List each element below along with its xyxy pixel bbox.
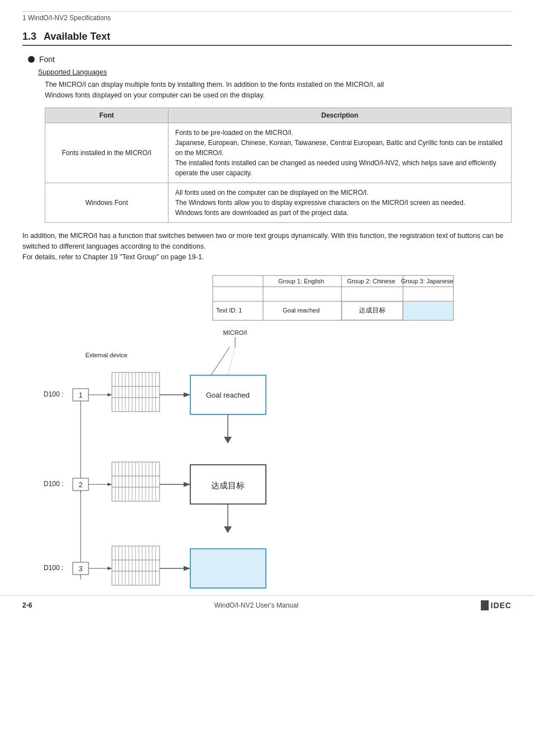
- section-title: Available Text: [39, 31, 110, 42]
- footer-logo-area: IDEC: [481, 600, 512, 610]
- d100-label-1: D100 :: [44, 390, 63, 398]
- font-name-1: Fonts installed in the MICRO/I: [45, 123, 168, 183]
- col-font-header: Font: [45, 108, 168, 123]
- footer-page: 2-6: [22, 601, 32, 609]
- svg-marker-53: [224, 526, 232, 533]
- micro-label: MICRO/I: [223, 329, 247, 336]
- svg-line-77: [211, 347, 229, 375]
- addon-text: In addition, the MICRO/I has a function …: [22, 231, 512, 263]
- font-desc-2: All fonts used on the computer can be di…: [168, 183, 512, 222]
- logo-square: [481, 600, 489, 610]
- diagram-area: Group 1: English Group 2: Chinese Group …: [22, 274, 512, 599]
- footer: 2-6 WindO/I-NV2 User's Manual IDEC: [0, 595, 534, 610]
- d100-value-2: 2: [79, 481, 83, 489]
- d100-value-3: 3: [79, 565, 83, 573]
- tg-header-group2: Group 2: Chinese: [347, 278, 395, 284]
- tg-header-group3: Group 3: Japanese: [401, 278, 453, 284]
- diagram-svg: Group 1: English Group 2: Chinese Group …: [22, 274, 515, 594]
- table-row: Fonts installed in the MICRO/I Fonts to …: [45, 123, 512, 183]
- svg-marker-30: [224, 437, 232, 444]
- font-table: Font Description Fonts installed in the …: [45, 108, 512, 223]
- font-label: Font: [39, 55, 55, 64]
- col-desc-header: Description: [168, 108, 512, 123]
- bullet-icon: [28, 56, 35, 63]
- breadcrumb: 1 WindO/I-NV2 Specifications: [22, 14, 512, 22]
- screen-text-2: 达成目标: [211, 480, 245, 490]
- tg-header-group1: Group 1: English: [278, 278, 324, 284]
- d100-value-1: 1: [79, 391, 83, 399]
- font-desc-1: Fonts to be pre-loaded on the MICRO/I. J…: [168, 123, 512, 183]
- footer-title: WindO/I-NV2 User's Manual: [214, 601, 298, 609]
- font-name-2: Windows Font: [45, 183, 168, 222]
- section-number: 1.3: [22, 31, 36, 42]
- svg-rect-8: [404, 302, 453, 320]
- tg-row-label: Text ID: 1: [216, 307, 242, 314]
- screen-text-1: Goal reached: [206, 391, 250, 399]
- d100-label-2: D100 :: [44, 480, 63, 488]
- svg-rect-74: [190, 549, 266, 588]
- idec-logo: IDEC: [491, 601, 512, 610]
- svg-line-78: [228, 347, 235, 375]
- supported-languages-label: Supported Languages: [38, 68, 512, 76]
- font-bullet: Font: [28, 55, 512, 64]
- tg-row-chinese: 达成目标: [359, 306, 386, 314]
- intro-text: The MICRO/I can display multiple fonts b…: [45, 80, 512, 101]
- d100-label-3: D100 :: [44, 564, 63, 572]
- table-row: Windows Font All fonts used on the compu…: [45, 183, 512, 222]
- ext-device-label: External device: [85, 352, 127, 358]
- tg-row-english: Goal reached: [283, 307, 320, 314]
